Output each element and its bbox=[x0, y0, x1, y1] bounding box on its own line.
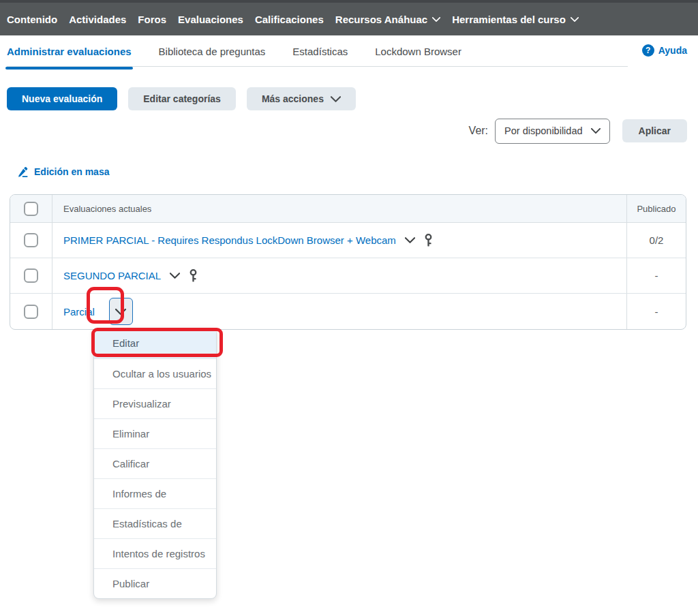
nav-item-calificaciones[interactable]: Calificaciones bbox=[255, 14, 324, 25]
nav-item-evaluaciones[interactable]: Evaluaciones bbox=[178, 14, 243, 25]
chevron-down-icon bbox=[115, 309, 126, 315]
published-count: - bbox=[626, 258, 686, 293]
select-all-checkbox[interactable] bbox=[24, 202, 38, 216]
row-checkbox[interactable] bbox=[24, 233, 38, 247]
quiz-tabbar: Administrar evaluaciones Biblioteca de p… bbox=[0, 35, 698, 69]
chevron-down-icon bbox=[432, 17, 440, 22]
tab-administrar-evaluaciones[interactable]: Administrar evaluaciones bbox=[7, 46, 132, 57]
table-header-title: Evaluaciones actuales bbox=[52, 204, 626, 214]
menu-item-previsualizar[interactable]: Previsualizar bbox=[94, 388, 216, 418]
quiz-actions-chevron-icon[interactable] bbox=[170, 273, 180, 279]
bulk-edit-pencil-icon bbox=[16, 166, 29, 178]
tab-lockdown-browser[interactable]: Lockdown Browser bbox=[375, 46, 461, 57]
nav-item-label: Recursos Anáhuac bbox=[335, 14, 427, 25]
chevron-down-icon bbox=[571, 17, 579, 22]
help-label: Ayuda bbox=[658, 45, 687, 56]
help-link[interactable]: ? Ayuda bbox=[642, 44, 687, 57]
nav-item-contenido[interactable]: Contenido bbox=[7, 14, 57, 25]
view-filter-selected-value: Por disponibilidad bbox=[504, 125, 582, 136]
main-navbar: Contenido Actividades Foros Evaluaciones… bbox=[0, 0, 698, 35]
row-checkbox[interactable] bbox=[24, 268, 38, 283]
nav-item-label: Herramientas del curso bbox=[452, 14, 566, 25]
table-row: PRIMER PARCIAL - Requires Respondus Lock… bbox=[10, 223, 686, 258]
tabbar-divider bbox=[7, 66, 628, 67]
chevron-down-icon bbox=[331, 96, 341, 102]
menu-item-estadisticas-de[interactable]: Estadísticas de bbox=[94, 508, 216, 538]
chevron-down-icon bbox=[591, 128, 601, 134]
edit-categories-button[interactable]: Editar categorías bbox=[128, 87, 236, 110]
quiz-link[interactable]: Parcial bbox=[63, 306, 95, 318]
table-header-row: Evaluaciones actuales Publicado bbox=[10, 195, 686, 223]
actions-toolbar: Nueva evaluación Editar categorías Más a… bbox=[7, 87, 698, 110]
row-checkbox[interactable] bbox=[24, 305, 38, 319]
apply-button[interactable]: Aplicar bbox=[622, 119, 687, 142]
menu-item-editar[interactable]: Editar bbox=[94, 328, 216, 358]
menu-item-publicar[interactable]: Publicar bbox=[94, 568, 216, 598]
quiz-context-menu: Editar Ocultar a los usuarios Previsuali… bbox=[93, 328, 217, 599]
menu-item-calificar[interactable]: Calificar bbox=[94, 448, 216, 478]
tab-estadisticas[interactable]: Estadísticas bbox=[292, 46, 348, 57]
quiz-link[interactable]: SEGUNDO PARCIAL bbox=[63, 270, 161, 281]
menu-item-ocultar-a-los-usuarios[interactable]: Ocultar a los usuarios bbox=[94, 358, 216, 388]
nav-item-recursos-anahuac[interactable]: Recursos Anáhuac bbox=[335, 14, 440, 25]
menu-item-informes-de[interactable]: Informes de bbox=[94, 478, 216, 508]
quiz-actions-dropdown-button[interactable] bbox=[109, 298, 133, 325]
tab-biblioteca-de-preguntas[interactable]: Biblioteca de preguntas bbox=[159, 46, 266, 57]
view-filter-row: Ver: Por disponibilidad Aplicar bbox=[0, 119, 687, 143]
view-filter-label: Ver: bbox=[469, 125, 488, 137]
new-evaluation-button[interactable]: Nueva evaluación bbox=[7, 87, 117, 110]
row-checkbox-cell bbox=[10, 258, 52, 293]
view-filter-select[interactable]: Por disponibilidad bbox=[495, 119, 609, 144]
bulk-edit-link[interactable]: Edición en masa bbox=[16, 166, 109, 178]
nav-item-foros[interactable]: Foros bbox=[138, 14, 166, 25]
table-row: Parcial - bbox=[10, 294, 686, 329]
quizzes-table: Evaluaciones actuales Publicado PRIMER P… bbox=[10, 194, 686, 330]
published-count: - bbox=[626, 294, 686, 329]
menu-item-intentos-de-registros[interactable]: Intentos de registros bbox=[94, 538, 216, 568]
nav-item-herramientas-del-curso[interactable]: Herramientas del curso bbox=[452, 14, 579, 25]
published-count: 0/2 bbox=[626, 223, 686, 258]
row-checkbox-cell bbox=[10, 223, 52, 258]
quiz-link[interactable]: PRIMER PARCIAL - Requires Respondus Lock… bbox=[63, 234, 396, 246]
row-checkbox-cell bbox=[10, 294, 52, 329]
bulk-edit-label: Edición en masa bbox=[34, 166, 109, 177]
header-checkbox-cell bbox=[10, 195, 52, 222]
help-question-icon: ? bbox=[642, 44, 654, 57]
table-row: SEGUNDO PARCIAL - bbox=[10, 258, 686, 294]
menu-item-eliminar[interactable]: Eliminar bbox=[94, 418, 216, 448]
more-actions-label: Más acciones bbox=[262, 93, 324, 104]
table-header-published: Publicado bbox=[626, 195, 686, 222]
special-access-key-icon bbox=[424, 233, 433, 247]
more-actions-button[interactable]: Más acciones bbox=[247, 87, 356, 110]
special-access-key-icon bbox=[189, 268, 198, 283]
quiz-actions-chevron-icon[interactable] bbox=[405, 237, 415, 243]
nav-item-actividades[interactable]: Actividades bbox=[69, 14, 126, 25]
